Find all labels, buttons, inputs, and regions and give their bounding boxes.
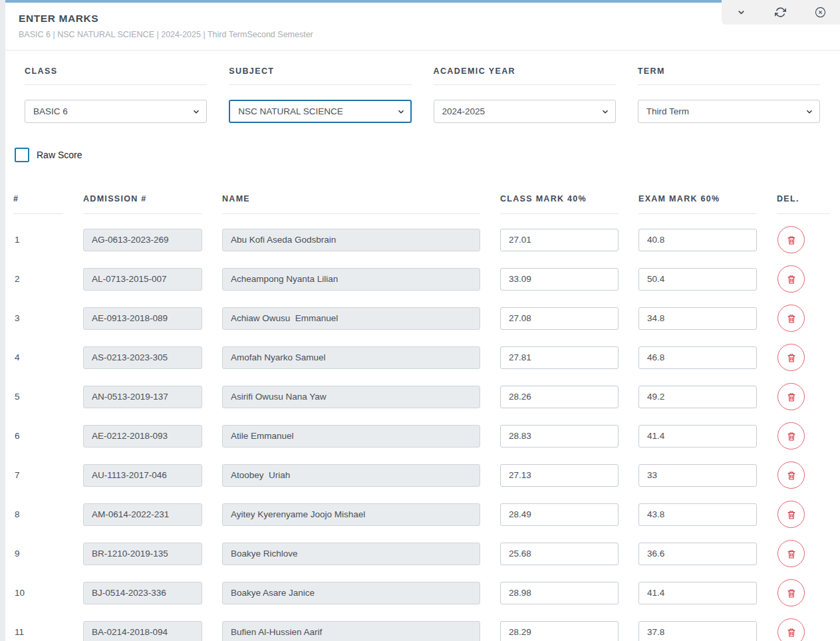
- column-header: #: [13, 194, 63, 214]
- close-button[interactable]: [809, 3, 831, 23]
- delete-row-button[interactable]: [777, 461, 805, 489]
- admission-input: [83, 346, 202, 369]
- delete-row-button[interactable]: [777, 344, 805, 371]
- table-row: 5: [13, 383, 840, 410]
- raw-score-row: Raw Score: [15, 148, 840, 162]
- exam-mark-input[interactable]: [638, 386, 757, 408]
- student-name-input: [222, 503, 480, 526]
- filter-group: CLASS BASIC 6: [25, 66, 207, 123]
- table-row: 4: [13, 344, 840, 371]
- class-mark-input[interactable]: [500, 307, 619, 330]
- trash-icon: [786, 470, 797, 481]
- column-header: NAME: [222, 194, 480, 214]
- academic-year-select[interactable]: 2024-2025: [434, 100, 616, 123]
- exam-mark-input[interactable]: [638, 229, 757, 251]
- raw-score-label: Raw Score: [37, 150, 82, 160]
- trash-icon: [786, 549, 797, 559]
- trash-icon: [786, 588, 797, 598]
- class-mark-input[interactable]: [500, 621, 619, 641]
- student-name-input: [222, 346, 480, 369]
- class-mark-input[interactable]: [500, 503, 619, 526]
- table-body: 1 2 3 4: [13, 226, 840, 641]
- delete-row-button[interactable]: [777, 383, 805, 410]
- class-mark-input[interactable]: [500, 425, 619, 448]
- exam-mark-input[interactable]: [638, 503, 757, 526]
- panel-header: ENTER MARKS BASIC 6 | NSC NATURAL SCIENC…: [5, 3, 840, 51]
- admission-input: [83, 621, 202, 641]
- subject-select[interactable]: NSC NATURAL SCIENCE: [229, 100, 411, 123]
- student-name-input: [222, 386, 480, 408]
- student-name-input: [222, 621, 480, 641]
- admission-input: [83, 386, 202, 408]
- trash-icon: [786, 235, 797, 245]
- breadcrumb: BASIC 6 | NSC NATURAL SCIENCE | 2024-202…: [19, 30, 827, 39]
- delete-row-button[interactable]: [777, 501, 805, 528]
- class-mark-input[interactable]: [500, 346, 619, 369]
- column-header: EXAM MARK 60%: [638, 194, 757, 214]
- exam-mark-input[interactable]: [638, 543, 757, 565]
- table-row: 6: [13, 422, 840, 449]
- row-number: 10: [13, 588, 63, 598]
- delete-row-button[interactable]: [777, 540, 805, 567]
- student-name-input: [222, 307, 480, 330]
- table-row: 2: [13, 265, 840, 293]
- row-number: 8: [13, 509, 63, 519]
- student-name-input: [222, 425, 480, 448]
- admission-input: [83, 229, 202, 251]
- table-row: 10: [13, 579, 840, 606]
- table-row: 7: [13, 461, 840, 489]
- trash-icon: [786, 509, 797, 520]
- collapse-button[interactable]: [730, 3, 753, 23]
- row-number: 6: [13, 431, 63, 441]
- trash-icon: [786, 392, 797, 402]
- class-mark-input[interactable]: [500, 268, 619, 291]
- exam-mark-input[interactable]: [638, 621, 757, 641]
- exam-mark-input[interactable]: [638, 268, 757, 291]
- refresh-icon: [775, 7, 786, 18]
- raw-score-checkbox[interactable]: [15, 148, 29, 162]
- exam-mark-input[interactable]: [638, 464, 757, 487]
- admission-input: [83, 425, 202, 448]
- exam-mark-input[interactable]: [638, 425, 757, 448]
- exam-mark-input[interactable]: [638, 346, 757, 369]
- table-row: 3: [13, 305, 840, 332]
- delete-row-button[interactable]: [777, 305, 805, 332]
- page-title: ENTER MARKS: [19, 13, 827, 25]
- student-name-input: [222, 582, 480, 604]
- filter-label: CLASS: [25, 66, 207, 85]
- exam-mark-input[interactable]: [638, 582, 757, 604]
- student-name-input: [222, 229, 480, 251]
- class-select[interactable]: BASIC 6: [25, 100, 207, 123]
- exam-mark-input[interactable]: [638, 307, 757, 330]
- table-header-row: #ADMISSION #NAMECLASS MARK 40%EXAM MARK …: [13, 194, 840, 214]
- delete-row-button[interactable]: [777, 618, 805, 641]
- row-number: 9: [13, 549, 63, 559]
- admission-input: [83, 307, 202, 330]
- enter-marks-panel: ENTER MARKS BASIC 6 | NSC NATURAL SCIENC…: [5, 0, 840, 641]
- column-header: CLASS MARK 40%: [500, 194, 619, 214]
- admission-input: [83, 543, 202, 565]
- row-number: 4: [13, 352, 63, 362]
- delete-row-button[interactable]: [777, 265, 805, 293]
- class-mark-input[interactable]: [500, 229, 619, 251]
- admission-input: [83, 464, 202, 487]
- trash-icon: [786, 313, 797, 324]
- delete-row-button[interactable]: [777, 226, 805, 253]
- table-row: 9: [13, 540, 840, 567]
- class-mark-input[interactable]: [500, 386, 619, 408]
- delete-row-button[interactable]: [777, 422, 805, 449]
- trash-icon: [786, 627, 797, 638]
- refresh-button[interactable]: [770, 3, 792, 23]
- column-header: ADMISSION #: [83, 194, 202, 214]
- table-row: 11: [13, 618, 840, 641]
- trash-icon: [786, 274, 797, 285]
- filter-group: TERM Third Term: [638, 66, 820, 123]
- class-mark-input[interactable]: [500, 582, 619, 604]
- class-mark-input[interactable]: [500, 543, 619, 565]
- filter-label: ACADEMIC YEAR: [434, 66, 616, 85]
- term-select[interactable]: Third Term: [638, 100, 820, 123]
- filter-group: SUBJECT NSC NATURAL SCIENCE: [229, 66, 411, 123]
- close-circle-icon: [815, 7, 826, 18]
- class-mark-input[interactable]: [500, 464, 619, 487]
- delete-row-button[interactable]: [777, 579, 805, 606]
